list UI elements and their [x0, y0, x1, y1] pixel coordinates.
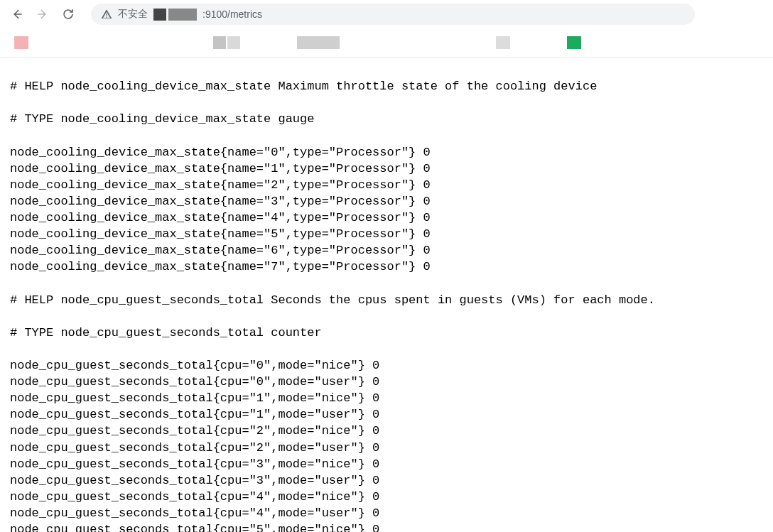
metric-line: node_cpu_guest_seconds_total{cpu="1",mod… — [10, 406, 763, 423]
bookmarks-bar — [0, 28, 773, 57]
metric-line: node_cpu_guest_seconds_total{cpu="3",mod… — [10, 472, 763, 489]
url-redacted-host — [153, 9, 197, 21]
arrow-left-icon — [11, 8, 23, 21]
metric-type-line: # TYPE node_cooling_device_max_state gau… — [10, 111, 763, 127]
metric-line: node_cpu_guest_seconds_total{cpu="4",mod… — [10, 505, 763, 521]
bookmark-item[interactable] — [297, 36, 340, 49]
forward-button[interactable] — [33, 4, 53, 24]
browser-toolbar: 不安全 :9100/metrics — [0, 0, 773, 28]
metric-line: node_cpu_guest_seconds_total{cpu="2",mod… — [10, 440, 763, 456]
metric-line: node_cooling_device_max_state{name="1",t… — [10, 161, 763, 177]
metric-line: node_cpu_guest_seconds_total{cpu="2",mod… — [10, 423, 763, 439]
metric-line: node_cpu_guest_seconds_total{cpu="5",mod… — [10, 521, 763, 532]
metric-line: node_cooling_device_max_state{name="0",t… — [10, 144, 763, 161]
metric-type-line: # TYPE node_cpu_guest_seconds_total coun… — [10, 325, 763, 341]
bookmark-item[interactable] — [213, 36, 240, 49]
address-bar[interactable]: 不安全 :9100/metrics — [91, 4, 695, 25]
metric-help-line: # HELP node_cpu_guest_seconds_total Seco… — [10, 292, 763, 308]
metric-line: node_cpu_guest_seconds_total{cpu="0",mod… — [10, 374, 763, 390]
metric-line: node_cooling_device_max_state{name="2",t… — [10, 177, 763, 193]
metric-line: node_cooling_device_max_state{name="4",t… — [10, 210, 763, 226]
insecure-label: 不安全 — [118, 8, 148, 21]
back-button[interactable] — [7, 4, 27, 24]
bookmark-item[interactable] — [496, 36, 510, 49]
bookmark-item[interactable] — [14, 36, 28, 49]
metric-line: node_cpu_guest_seconds_total{cpu="1",mod… — [10, 390, 763, 406]
metric-help-line: # HELP node_cooling_device_max_state Max… — [10, 78, 763, 94]
metric-line: node_cpu_guest_seconds_total{cpu="0",mod… — [10, 357, 763, 374]
arrow-right-icon — [36, 8, 49, 21]
metric-line: node_cpu_guest_seconds_total{cpu="4",mod… — [10, 489, 763, 505]
metric-line: node_cpu_guest_seconds_total{cpu="3",mod… — [10, 456, 763, 472]
metric-line: node_cooling_device_max_state{name="5",t… — [10, 226, 763, 242]
url-path: :9100/metrics — [202, 9, 262, 20]
metric-line: node_cooling_device_max_state{name="7",t… — [10, 259, 763, 275]
metrics-output: # HELP node_cooling_device_max_state Max… — [0, 57, 773, 532]
metric-line: node_cooling_device_max_state{name="3",t… — [10, 193, 763, 210]
bookmark-item[interactable] — [567, 36, 581, 49]
metric-line: node_cooling_device_max_state{name="6",t… — [10, 242, 763, 259]
reload-icon — [62, 8, 75, 21]
warning-icon — [101, 9, 112, 20]
reload-button[interactable] — [58, 4, 78, 24]
